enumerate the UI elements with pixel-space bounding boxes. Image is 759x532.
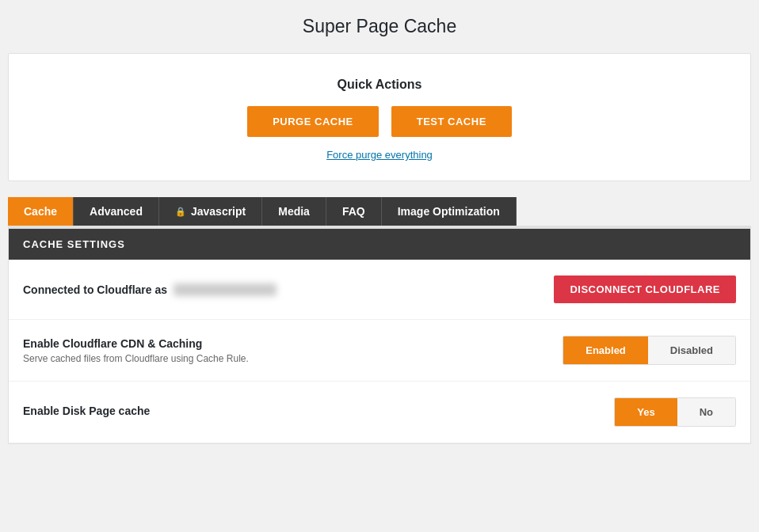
lock-icon: 🔒 [175,207,186,217]
cloudflare-cdn-desc: Serve cached files from Cloudflare using… [23,353,563,364]
disk-cache-row: Enable Disk Page cache Yes No [9,382,750,443]
tab-javascript[interactable]: 🔒 Javascript [159,197,262,226]
tab-javascript-label: Javascript [191,205,246,218]
cloudflare-email-blurred [174,283,277,296]
quick-actions-buttons: PURGE CACHE TEST CACHE [25,106,734,137]
tab-media-label: Media [278,205,310,218]
disk-cache-yes-button[interactable]: Yes [615,398,677,426]
cloudflare-cdn-disabled-button[interactable]: Disabled [648,336,735,364]
disk-cache-no-button[interactable]: No [677,398,735,426]
cloudflare-cdn-enabled-button[interactable]: Enabled [563,336,648,364]
test-cache-button[interactable]: TEST CACHE [391,106,512,137]
force-purge-link[interactable]: Force purge everything [326,149,433,161]
disk-cache-label: Enable Disk Page cache [23,405,614,417]
disk-cache-info: Enable Disk Page cache [23,405,614,420]
quick-actions-title: Quick Actions [25,78,734,92]
disk-cache-control: Yes No [614,397,736,427]
disk-cache-toggle: Yes No [614,397,736,427]
cloudflare-cdn-toggle: Enabled Disabled [563,336,736,365]
cloudflare-connected-row: Connected to Cloudflare as DISCONNECT CL… [9,260,750,320]
cloudflare-cdn-info: Enable Cloudflare CDN & Caching Serve ca… [23,337,563,364]
tab-image-optimization[interactable]: Image Optimization [382,197,517,226]
cloudflare-connected-label: Connected to Cloudflare as [23,283,554,296]
cloudflare-connected-control: DISCONNECT CLOUDFLARE [554,276,736,303]
purge-cache-button[interactable]: PURGE CACHE [247,106,379,137]
cloudflare-cdn-label: Enable Cloudflare CDN & Caching [23,337,563,350]
tab-media[interactable]: Media [262,197,326,226]
tab-advanced[interactable]: Advanced [74,197,159,226]
tab-cache-label: Cache [24,205,57,218]
tab-advanced-label: Advanced [90,205,143,218]
cloudflare-connected-info: Connected to Cloudflare as [23,283,554,296]
disconnect-cloudflare-button[interactable]: DISCONNECT CLOUDFLARE [554,276,736,303]
page-title: Super Page Cache [8,16,751,37]
tab-image-optimization-label: Image Optimization [398,205,500,218]
tabs-bar: Cache Advanced 🔒 Javascript Media FAQ Im… [8,197,751,228]
cloudflare-cdn-row: Enable Cloudflare CDN & Caching Serve ca… [9,320,750,382]
quick-actions-card: Quick Actions PURGE CACHE TEST CACHE For… [8,53,751,181]
tab-faq-label: FAQ [342,205,365,218]
cache-settings-section: CACHE SETTINGS Connected to Cloudflare a… [8,228,751,444]
cloudflare-cdn-control: Enabled Disabled [563,336,736,365]
tab-faq[interactable]: FAQ [326,197,382,226]
cache-settings-header: CACHE SETTINGS [9,229,750,260]
tab-cache[interactable]: Cache [8,197,74,226]
